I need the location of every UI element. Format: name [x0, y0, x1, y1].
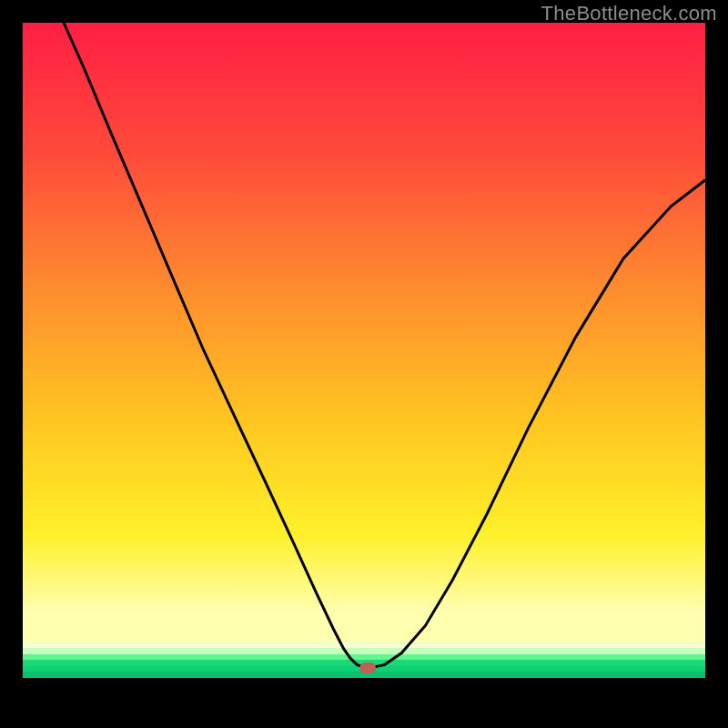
chart-frame: TheBottleneck.com: [0, 0, 728, 728]
curve-layer: [23, 23, 705, 678]
bottleneck-curve: [64, 23, 705, 668]
watermark-label: TheBottleneck.com: [541, 2, 717, 25]
optimum-marker: [359, 662, 376, 673]
